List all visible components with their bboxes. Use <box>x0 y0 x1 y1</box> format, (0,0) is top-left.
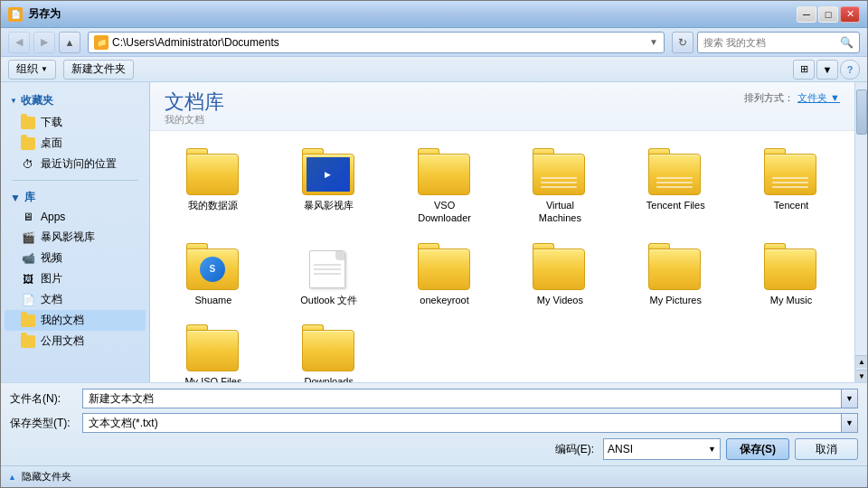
view-chevron-button[interactable]: ▼ <box>816 60 838 80</box>
scroll-down-button[interactable]: ▼ <box>855 370 867 382</box>
organize-button[interactable]: 组织 ▼ <box>8 60 56 80</box>
videos-label: 视频 <box>41 250 62 266</box>
up-button[interactable]: ▲ <box>59 32 80 53</box>
folder-item-my-data-source[interactable]: 我的数据源 <box>157 140 269 231</box>
my-documents-folder-icon <box>21 314 35 327</box>
folder-item-outlook[interactable]: Outlook 文件 <box>273 235 385 313</box>
help-button[interactable]: ? <box>840 60 860 80</box>
folder-item-vso[interactable]: VSO Downloader <box>389 140 501 231</box>
sidebar-item-public-documents[interactable]: 公用文档 <box>5 331 146 352</box>
dialog-icon: 📄 <box>8 7 23 22</box>
refresh-button[interactable]: ↻ <box>672 32 693 53</box>
sidebar-item-recent[interactable]: ⏱ 最近访问的位置 <box>5 154 146 174</box>
folder-thumb-shuame: S <box>186 243 241 290</box>
folder-item-my-pictures[interactable]: My Pictures <box>619 235 731 313</box>
address-chevron-icon[interactable]: ▼ <box>649 37 658 47</box>
scrollbar-track[interactable]: ▲ ▼ <box>854 82 867 382</box>
folder-item-my-music[interactable]: My Music <box>735 235 847 313</box>
folder-label-shuame: Shuame <box>194 294 231 306</box>
save-label: 保存(S) <box>740 442 776 457</box>
folder-grid: 我的数据源 ▶ 暴风影视库 <box>150 131 854 382</box>
action-row: 编码(E): ANSI ▼ 保存(S) 取消 <box>10 438 858 460</box>
folder-body <box>186 154 239 195</box>
folder-item-shuame[interactable]: S Shuame <box>157 235 269 313</box>
sidebar-item-downloads[interactable]: 下载 <box>5 112 146 133</box>
library-title: 文档库 <box>165 91 224 113</box>
minimize-button[interactable]: ─ <box>797 6 816 23</box>
title-bar-left: 📄 另存为 <box>8 6 61 22</box>
folder-label-downloads: Downloads <box>305 375 354 382</box>
save-button[interactable]: 保存(S) <box>726 438 789 460</box>
organize-chevron-icon: ▼ <box>41 65 48 73</box>
sidebar-item-pictures[interactable]: 🖼 图片 <box>5 268 146 289</box>
public-documents-folder-icon <box>21 335 35 348</box>
maximize-button[interactable]: □ <box>818 6 838 23</box>
folder-item-my-iso[interactable]: My ISO Files <box>157 316 269 382</box>
scroll-up-button[interactable]: ▲ <box>855 355 867 368</box>
folder-item-my-videos[interactable]: My Videos <box>505 235 617 313</box>
folder-body <box>533 249 585 290</box>
forward-button[interactable]: ▶ <box>33 32 55 53</box>
hide-folder-row[interactable]: ▲ 隐藏文件夹 <box>1 465 867 487</box>
my-documents-label: 我的文档 <box>41 313 84 328</box>
folder-thumb-my-music <box>764 243 818 290</box>
folder-body <box>533 154 585 195</box>
search-icon[interactable]: 🔍 <box>840 36 854 49</box>
close-button[interactable]: ✕ <box>840 6 860 23</box>
favorites-section[interactable]: ▼ 收藏夹 <box>5 89 146 112</box>
folder-label-my-iso: My ISO Files <box>184 375 241 382</box>
folder-label-tencent: Tencent <box>774 199 809 211</box>
address-bar[interactable]: 📁 C:\Users\Administrator\Documents ▼ <box>88 32 665 53</box>
folder-item-tencent[interactable]: Tencent <box>735 140 847 231</box>
folder-label-movies: 暴风影视库 <box>304 199 354 211</box>
sidebar-item-videos[interactable]: 📹 视频 <box>5 248 146 268</box>
filename-input-display[interactable] <box>82 389 842 408</box>
libraries-section[interactable]: ▼ 库 <box>5 186 146 207</box>
filetype-field-container: 文本文档(*.txt) ▼ <box>82 413 858 433</box>
scrollbar-thumb[interactable] <box>856 89 867 135</box>
encoding-select[interactable]: ANSI ▼ <box>603 438 721 460</box>
folder-label-my-music: My Music <box>770 294 812 306</box>
secondary-toolbar: 组织 ▼ 新建文件夹 ⊞ ▼ ? <box>1 57 867 82</box>
folder-item-downloads[interactable]: Downloads <box>273 316 385 382</box>
movies-icon: 🎬 <box>21 230 35 245</box>
filetype-input-display[interactable]: 文本文档(*.txt) <box>82 413 842 433</box>
filename-input[interactable] <box>89 392 835 405</box>
folder-thumb-my-videos <box>533 243 587 290</box>
sort-value[interactable]: 文件夹 ▼ <box>797 91 840 105</box>
filetype-dropdown-button[interactable]: ▼ <box>842 413 858 433</box>
desktop-folder-icon <box>21 137 35 150</box>
filename-dropdown-button[interactable]: ▼ <box>842 389 858 408</box>
folder-item-onekeyroot[interactable]: onekeyroot <box>389 235 501 313</box>
sidebar-item-desktop[interactable]: 桌面 <box>5 133 146 154</box>
back-button[interactable]: ◀ <box>8 32 30 53</box>
folder-body <box>418 249 470 290</box>
folder-body <box>302 330 354 371</box>
documents-label: 文档 <box>41 292 62 307</box>
cancel-button[interactable]: 取消 <box>795 438 858 460</box>
folder-body <box>186 330 239 371</box>
apps-label: Apps <box>41 211 65 223</box>
folder-label-tencent-files: Tencent Files <box>646 199 705 211</box>
folder-thumb-downloads <box>302 324 356 371</box>
view-toggle-button[interactable]: ⊞ <box>793 60 815 80</box>
new-folder-button[interactable]: 新建文件夹 <box>63 60 134 80</box>
folder-body: S <box>186 249 239 290</box>
sidebar-item-documents[interactable]: 📄 文档 <box>5 289 146 310</box>
folder-item-tencent-files[interactable]: Tencent Files <box>619 140 731 231</box>
search-bar[interactable]: 🔍 <box>697 32 860 53</box>
search-input[interactable] <box>703 37 840 48</box>
sidebar-item-apps[interactable]: 🖥 Apps <box>5 207 146 227</box>
sidebar: ▼ 收藏夹 下载 桌面 ⏱ 最近访问的位置 ▼ 库 🖥 <box>1 82 150 382</box>
sidebar-item-movies[interactable]: 🎬 暴风影视库 <box>5 227 146 248</box>
folder-label-my-data-source: 我的数据源 <box>188 199 238 211</box>
folder-item-vms[interactable]: Virtual Machines <box>505 140 617 231</box>
folder-thumb-movies: ▶ <box>302 148 356 195</box>
filename-row: 文件名(N): ▼ <box>10 389 858 408</box>
sidebar-item-my-documents[interactable]: 我的文档 <box>5 310 146 331</box>
folder-thumb-tencent <box>764 148 818 195</box>
save-dialog-window: 📄 另存为 ─ □ ✕ ◀ ▶ ▲ 📁 C:\Users\Administrat… <box>0 0 868 488</box>
folder-item-movies[interactable]: ▶ 暴风影视库 <box>273 140 385 231</box>
folder-label-onekeyroot: onekeyroot <box>420 294 468 306</box>
folder-body <box>418 154 470 195</box>
